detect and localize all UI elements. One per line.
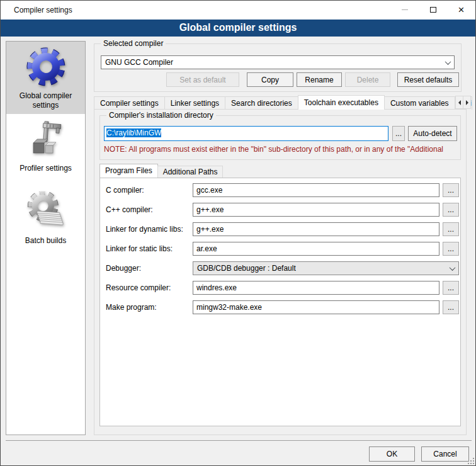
resize-grip[interactable] [467,457,474,464]
tab-linker-settings[interactable]: Linker settings [164,96,225,110]
tab-additional-paths[interactable]: Additional Paths [157,166,224,178]
maximize-icon [430,7,436,13]
cancel-button[interactable]: Cancel [421,446,469,462]
field-row-dynamic-linker: Linker for dynamic libs: ... [100,222,460,242]
settings-tabbar: Compiler settings Linker settings Search… [94,95,472,110]
program-files-panel: C compiler: ... C++ compiler: ... Linker… [99,178,461,426]
c-compiler-label: C compiler: [106,186,144,195]
tab-custom-variables[interactable]: Custom variables [384,96,455,110]
minimize-icon [402,9,408,10]
sidebar-item-label: Profiler settings [6,164,85,173]
cpp-compiler-browse-button[interactable]: ... [443,203,459,217]
minimize-button[interactable] [390,1,419,19]
field-row-static-linker: Linker for static libs: ... [100,242,460,261]
tab-compiler-settings[interactable]: Compiler settings [94,96,165,110]
close-icon: × [458,4,465,15]
debugger-label: Debugger: [106,264,141,273]
field-row-resource-compiler: Resource compiler: ... [100,281,460,300]
installation-dir-selected-text: C:\raylib\MinGW [106,128,161,137]
field-row-c-compiler: C compiler: ... [100,183,460,203]
window-title: Compiler settings [14,6,72,14]
installation-dir-input[interactable]: C:\raylib\MinGW [104,126,388,141]
auto-detect-button[interactable]: Auto-detect [408,126,457,141]
resource-compiler-input[interactable] [193,281,439,295]
make-program-browse-button[interactable]: ... [443,300,459,314]
selected-compiler-legend: Selected compiler [101,39,166,48]
copy-button[interactable]: Copy [247,72,293,87]
debugger-select[interactable]: GDB/CDB debugger : Default [193,261,459,275]
field-row-make-program: Make program: ... [100,300,460,320]
gray-gear-stack-icon [26,191,66,232]
chevron-down-icon [445,59,451,65]
dynamic-linker-label: Linker for dynamic libs: [106,225,183,234]
dynamic-linker-browse-button[interactable]: ... [443,222,459,236]
c-compiler-input[interactable] [193,183,439,197]
make-program-label: Make program: [106,303,157,312]
sidebar-item-profiler-settings[interactable]: Profiler settings [6,114,85,186]
field-row-cpp-compiler: C++ compiler: ... [100,203,460,222]
caliper-icon [26,119,66,159]
cpp-compiler-label: C++ compiler: [106,205,153,214]
installation-dir-legend: Compiler's installation directory [106,111,216,120]
compiler-select-value: GNU GCC Compiler [105,58,446,67]
static-linker-input[interactable] [193,242,439,256]
installation-dir-browse-button[interactable]: ... [392,126,405,141]
static-linker-label: Linker for static libs: [106,244,173,253]
tab-search-directories[interactable]: Search directories [225,96,298,110]
rename-button[interactable]: Rename [297,72,342,87]
close-button[interactable]: × [447,1,475,19]
arrow-right-icon [466,100,468,105]
compiler-actions-row: Set as default Copy Rename Delete Reset … [94,72,462,87]
c-compiler-browse-button[interactable]: ... [443,183,459,197]
sidebar-item-global-compiler-settings[interactable]: Global compiler settings [6,42,85,114]
make-program-input[interactable] [193,300,439,314]
tab-toolchain-executables[interactable]: Toolchain executables [298,95,385,110]
tab-scroll-right-button[interactable] [463,96,471,109]
dynamic-linker-input[interactable] [193,222,439,236]
tab-program-files[interactable]: Program Files [99,164,158,178]
arrow-left-icon [458,100,461,105]
bin-subdirectory-note: NOTE: All programs must exist either in … [104,145,458,154]
chevron-down-icon [450,264,456,271]
blue-gear-icon [26,47,66,87]
toolchain-executables-page: Compiler's installation directory C:\ray… [94,109,467,435]
sidebar-item-label: Batch builds [6,236,85,246]
debugger-select-value: GDB/CDB debugger : Default [197,264,450,273]
maximize-button[interactable] [419,1,447,19]
titlebar: Compiler settings × [1,1,475,20]
static-linker-browse-button[interactable]: ... [443,242,459,256]
footer-divider [6,440,472,441]
settings-category-sidebar: Global compiler settings [6,41,86,435]
ok-button[interactable]: OK [369,446,415,462]
reset-defaults-button[interactable]: Reset defaults [397,72,459,87]
delete-button[interactable]: Delete [345,72,390,87]
compiler-select[interactable]: GNU GCC Compiler [101,55,455,69]
resource-compiler-browse-button[interactable]: ... [443,281,459,295]
set-as-default-button[interactable]: Set as default [166,72,239,87]
cpp-compiler-input[interactable] [193,203,439,217]
resource-compiler-label: Resource compiler: [106,283,171,292]
installation-dir-group: Compiler's installation directory C:\ray… [99,115,461,160]
page-title: Global compiler settings [1,20,475,37]
sidebar-item-label: Global compiler settings [6,91,85,110]
program-files-tabbar: Program Files Additional Paths [99,164,222,178]
field-row-debugger: Debugger: GDB/CDB debugger : Default [100,261,460,281]
sidebar-item-batch-builds[interactable]: Batch builds [6,186,85,259]
compiler-settings-dialog: Compiler settings × Global compiler sett… [0,0,476,466]
